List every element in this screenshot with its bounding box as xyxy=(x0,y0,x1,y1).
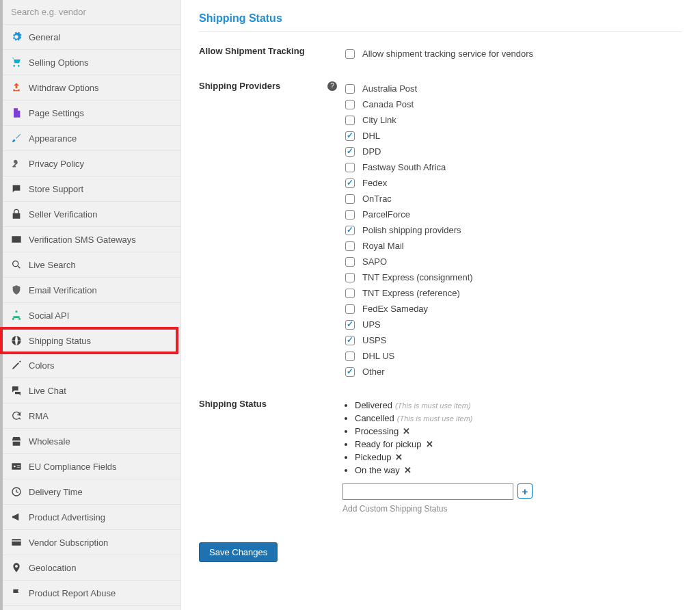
status-label: On the way xyxy=(355,465,400,475)
sidebar-item-privacy-policy[interactable]: Privacy Policy xyxy=(3,151,180,176)
sidebar-item-label: Live Chat xyxy=(29,386,66,396)
provider-option[interactable]: Fastway South Africa xyxy=(342,159,682,175)
provider-checkbox[interactable] xyxy=(345,194,355,204)
custom-status-input[interactable] xyxy=(342,483,513,500)
provider-checkbox[interactable] xyxy=(345,116,355,125)
provider-option[interactable]: SAPO xyxy=(342,254,682,269)
svg-rect-2 xyxy=(12,463,21,469)
provider-option[interactable]: Fedex xyxy=(342,175,682,191)
help-icon[interactable]: ? xyxy=(327,81,337,91)
provider-option[interactable]: OnTrac xyxy=(342,191,682,207)
provider-option[interactable]: DHL US xyxy=(342,348,682,364)
sidebar-item-withdraw-options[interactable]: Withdraw Options xyxy=(3,75,180,101)
sidebar-item-label: Geolocation xyxy=(29,563,76,573)
provider-checkbox[interactable] xyxy=(345,131,355,141)
sidebar-item-appearance[interactable]: Appearance xyxy=(3,126,180,151)
add-status-button[interactable]: + xyxy=(517,483,533,499)
provider-option[interactable]: ParcelForce xyxy=(342,207,682,222)
sidebar-item-selling-options[interactable]: Selling Options xyxy=(3,50,180,75)
sidebar-item-label: Privacy Policy xyxy=(29,159,84,169)
globe-icon xyxy=(11,335,22,346)
svg-point-0 xyxy=(13,261,18,267)
provider-checkbox[interactable] xyxy=(345,304,355,314)
provider-checkbox[interactable] xyxy=(345,226,355,235)
sidebar-item-shipping-status[interactable]: Shipping Status xyxy=(0,327,178,354)
remove-status-icon[interactable]: ✕ xyxy=(395,452,403,462)
sidebar-item-label: Social API xyxy=(29,310,69,321)
sidebar-item-geolocation[interactable]: Geolocation xyxy=(3,555,180,581)
tracking-checkbox[interactable] xyxy=(345,49,355,59)
sidebar-item-label: Product Report Abuse xyxy=(29,588,116,598)
provider-option[interactable]: City Link xyxy=(342,112,682,128)
sidebar-item-verification-sms-gateways[interactable]: Verification SMS Gateways xyxy=(3,227,180,252)
provider-checkbox[interactable] xyxy=(345,367,355,377)
sidebar-item-label: Appearance xyxy=(29,133,77,144)
provider-checkbox[interactable] xyxy=(345,210,355,220)
provider-option[interactable]: USPS xyxy=(342,332,682,348)
provider-checkbox[interactable] xyxy=(345,273,355,282)
sidebar-item-vendor-subscription[interactable]: Vendor Subscription xyxy=(3,530,180,555)
sidebar-item-live-chat[interactable]: Live Chat xyxy=(3,378,180,403)
sidebar-item-label: General xyxy=(29,32,60,42)
provider-checkbox[interactable] xyxy=(345,336,355,345)
sidebar-item-live-search[interactable]: Live Search xyxy=(3,252,180,278)
provider-option[interactable]: Other xyxy=(342,364,682,380)
provider-option[interactable]: Australia Post xyxy=(342,81,682,96)
sidebar-item-product-report-abuse[interactable]: Product Report Abuse xyxy=(3,581,180,606)
sidebar-item-wholesale[interactable]: Wholesale xyxy=(3,429,180,454)
provider-checkbox[interactable] xyxy=(345,147,355,157)
sidebar-item-seller-verification[interactable]: Seller Verification xyxy=(3,202,180,227)
sidebar-item-label: Delivery Time xyxy=(29,487,83,497)
provider-label: Polish shipping providers xyxy=(362,225,461,235)
status-item: Delivered(This is must use item) xyxy=(355,399,682,412)
sidebar-search[interactable]: Search e.g. vendor xyxy=(3,0,180,25)
provider-label: Fastway South Africa xyxy=(362,162,446,172)
provider-checkbox[interactable] xyxy=(345,163,355,172)
sidebar-item-page-settings[interactable]: Page Settings xyxy=(3,101,180,126)
provider-checkbox[interactable] xyxy=(345,178,355,188)
chats-icon xyxy=(11,385,22,396)
provider-option[interactable]: DHL xyxy=(342,128,682,144)
provider-option[interactable]: Polish shipping providers xyxy=(342,222,682,238)
upload-icon xyxy=(11,82,22,93)
provider-option[interactable]: DPD xyxy=(342,144,682,159)
provider-checkbox[interactable] xyxy=(345,241,355,251)
sidebar-item-email-verification[interactable]: Email Verification xyxy=(3,278,180,303)
status-item: Ready for pickup✕ xyxy=(355,438,682,451)
provider-checkbox[interactable] xyxy=(345,320,355,330)
provider-option[interactable]: TNT Express (reference) xyxy=(342,285,682,301)
provider-option[interactable]: UPS xyxy=(342,317,682,332)
clock-icon xyxy=(11,486,22,497)
page-title: Shipping Status xyxy=(199,12,682,32)
provider-checkbox[interactable] xyxy=(345,100,355,109)
tracking-option[interactable]: Allow shipment tracking service for vend… xyxy=(342,46,682,62)
sidebar-item-store-support[interactable]: Store Support xyxy=(3,176,180,202)
remove-status-icon[interactable]: ✕ xyxy=(426,439,433,449)
provider-option[interactable]: FedEx Sameday xyxy=(342,301,682,317)
provider-checkbox[interactable] xyxy=(345,352,355,361)
sidebar-item-general[interactable]: General xyxy=(3,25,180,50)
tracking-label: Allow Shipment Tracking xyxy=(199,46,342,56)
sidebar-item-colors[interactable]: Colors xyxy=(3,353,180,378)
status-item: Pickedup✕ xyxy=(355,451,682,464)
sidebar-item-rma[interactable]: RMA xyxy=(3,403,180,429)
statuses-label: Shipping Status xyxy=(199,399,342,409)
save-button[interactable]: Save Changes xyxy=(199,542,278,562)
sitemap-icon xyxy=(11,310,22,321)
sidebar-item-product-advertising[interactable]: Product Advertising xyxy=(3,505,180,530)
sidebar-item-delivery-time[interactable]: Delivery Time xyxy=(3,479,180,505)
sidebar-item-social-api[interactable]: Social API xyxy=(3,303,180,328)
provider-checkbox[interactable] xyxy=(345,257,355,267)
provider-checkbox[interactable] xyxy=(345,84,355,94)
remove-status-icon[interactable]: ✕ xyxy=(404,465,412,475)
provider-label: FedEx Sameday xyxy=(362,304,428,314)
sidebar-item-label: Shipping Status xyxy=(29,336,91,346)
provider-checkbox[interactable] xyxy=(345,289,355,298)
provider-option[interactable]: TNT Express (consignment) xyxy=(342,269,682,285)
remove-status-icon[interactable]: ✕ xyxy=(403,426,410,436)
provider-label: USPS xyxy=(362,335,386,345)
sidebar-item-label: Page Settings xyxy=(29,108,84,118)
provider-option[interactable]: Royal Mail xyxy=(342,238,682,254)
provider-option[interactable]: Canada Post xyxy=(342,96,682,112)
sidebar-item-eu-compliance-fields[interactable]: EU Compliance Fields xyxy=(3,454,180,479)
